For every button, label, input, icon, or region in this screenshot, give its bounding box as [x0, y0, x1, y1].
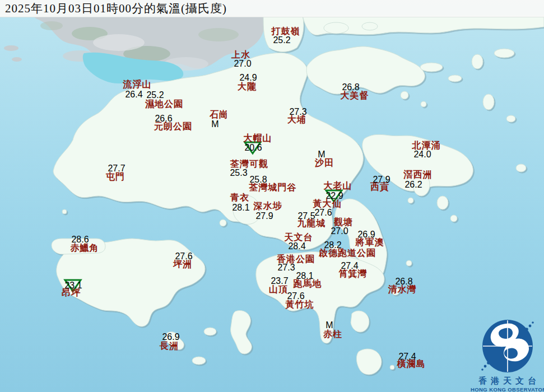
station-name: 流浮山 — [123, 79, 152, 91]
station-temperature: 26.6 — [155, 114, 172, 124]
station-temperature: 28.1 — [296, 271, 313, 281]
station-temperature: 27.4 — [341, 261, 358, 271]
station-temperature: M — [318, 150, 325, 160]
station-temperature: 22.9 — [326, 191, 343, 201]
station-temperature: 24.0 — [413, 150, 431, 160]
station-name: 滘西洲 — [404, 169, 433, 181]
station-temperature: 28.1 — [232, 203, 249, 213]
station-temperature: 26.8 — [342, 82, 359, 92]
station-temperature: 20.6 — [244, 143, 262, 153]
station-temperature: 27.4 — [398, 352, 416, 362]
station-temperature: 26.8 — [395, 277, 412, 287]
station-temperature: 27.9 — [255, 211, 273, 221]
station-name: 大老山 — [324, 180, 352, 192]
station-temperature: 27.0 — [331, 226, 348, 236]
station-temperature: M — [326, 320, 333, 330]
temperature-map: 2025年10月03日01時00分的氣溫(攝氏度) 打鼓嶺25.2上水27.0大… — [0, 0, 544, 392]
station-temperature: 23.7 — [271, 276, 288, 286]
station-temperature: M — [211, 119, 218, 129]
station-temperature: 26.9 — [162, 332, 179, 342]
station-temperature: 27.6 — [175, 251, 192, 262]
station-temperature: 23.1 — [64, 281, 82, 291]
station-temperature: 24.9 — [239, 73, 257, 83]
station-temperature: 25.2 — [146, 90, 164, 100]
station-temperature: 28.4 — [288, 241, 305, 251]
station-temperature: 26.2 — [404, 180, 422, 190]
station-temperature: 27.3 — [277, 263, 295, 273]
station-temperature: 27.5 — [297, 211, 315, 221]
station-temperature: 27.6 — [287, 291, 304, 301]
station-temperature: 25.8 — [249, 175, 267, 185]
hko-logo-name-zh: 香港天文台 — [471, 376, 544, 386]
station-temperature: 27.3 — [289, 107, 306, 117]
station-temperature: 27.6 — [314, 208, 332, 218]
station-temperature: 25.3 — [230, 168, 247, 178]
station-temperature: 28.2 — [324, 240, 341, 250]
hko-logo: 香港天文台 HONG KONG OBSERVATORY — [471, 319, 544, 392]
station-temperature: 27.0 — [234, 59, 251, 69]
map-title: 2025年10月03日01時00分的氣溫(攝氏度) — [0, 0, 544, 17]
hko-logo-name-en: HONG KONG OBSERVATORY — [471, 386, 544, 392]
station-temperature: 27.7 — [108, 164, 125, 174]
station-name: 青衣 — [230, 192, 249, 204]
station-temperature: 25.2 — [273, 35, 290, 45]
station-temperature: 28.6 — [71, 235, 89, 245]
station-temperature: 26.9 — [357, 230, 375, 240]
station-temperature: 27.9 — [373, 175, 390, 185]
hko-logo-icon — [480, 319, 536, 375]
station-name: 深水埗 — [254, 200, 282, 212]
station-labels-layer: 打鼓嶺25.2上水27.0大隴24.9流浮山26.4濕地公園25.2元朗公園26… — [0, 0, 544, 392]
station-temperature: 26.4 — [125, 90, 142, 100]
